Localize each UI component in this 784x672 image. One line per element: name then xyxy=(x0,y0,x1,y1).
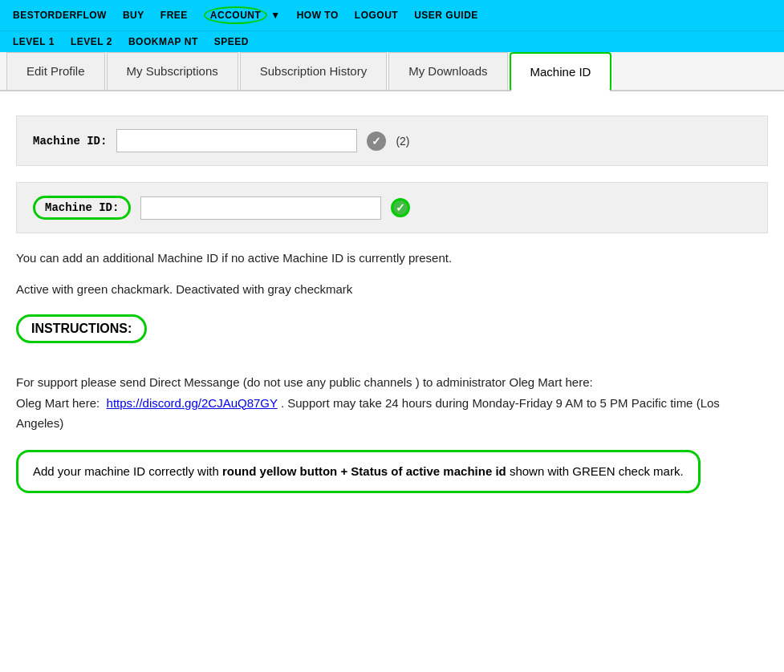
tab-subscription-history[interactable]: Subscription History xyxy=(240,52,387,90)
top-navigation: BESTORDERFLOW BUY FREE ACCOUNT ▼ HOW TO … xyxy=(0,0,784,52)
info-line2: Active with green chackmark. Deactivated… xyxy=(16,281,768,299)
machine-id-label-2-circled: Machine ID: xyxy=(33,196,131,220)
bottom-note-part1: Add your machine ID correctly with xyxy=(33,464,222,478)
nav-logout[interactable]: LOGOUT xyxy=(355,10,398,21)
bottom-note-part2: shown with GREEN check mark. xyxy=(506,464,684,478)
nav-bookmap[interactable]: BOOKMAP NT xyxy=(128,36,198,47)
nav-row1: BESTORDERFLOW BUY FREE ACCOUNT ▼ HOW TO … xyxy=(0,0,784,30)
machine-id-count: (2) xyxy=(396,135,409,148)
nav-userguide[interactable]: USER GUIDE xyxy=(414,10,478,21)
main-content: Machine ID: ✓ (2) Machine ID: ✓ You can … xyxy=(0,91,784,517)
tab-machine-id[interactable]: Machine ID xyxy=(510,52,612,91)
nav-account[interactable]: ACCOUNT ▼ xyxy=(204,6,281,24)
tab-my-downloads[interactable]: My Downloads xyxy=(388,52,507,90)
nav-speed[interactable]: SPEED xyxy=(214,36,249,47)
instructions-label: INSTRUCTIONS: xyxy=(16,314,147,343)
bottom-note: Add your machine ID correctly with round… xyxy=(16,450,701,493)
checkmark-gray-icon-1: ✓ xyxy=(367,132,386,151)
machine-id-input-2[interactable] xyxy=(140,196,381,220)
machine-id-row-2: Machine ID: ✓ xyxy=(16,182,768,233)
nav-bestorderflow[interactable]: BESTORDERFLOW xyxy=(13,10,107,21)
tab-my-subscriptions[interactable]: My Subscriptions xyxy=(107,52,238,90)
support-text: For support please send Direct Messange … xyxy=(16,372,768,434)
info-line1: You can add an additional Machine ID if … xyxy=(16,249,768,268)
machine-id-input-1[interactable] xyxy=(116,129,357,152)
nav-free[interactable]: FREE xyxy=(160,10,188,21)
machine-id-row-1: Machine ID: ✓ (2) xyxy=(16,115,768,166)
account-circle-annotation: ACCOUNT xyxy=(204,6,268,24)
discord-link[interactable]: https://discord.gg/2CJAuQ87GY xyxy=(107,396,278,410)
nav-level1[interactable]: LEVEL 1 xyxy=(13,36,55,47)
nav-row2: LEVEL 1 LEVEL 2 BOOKMAP NT SPEED xyxy=(0,30,784,52)
tabs-bar: Edit Profile My Subscriptions Subscripti… xyxy=(0,52,784,91)
account-dropdown-arrow: ▼ xyxy=(270,10,280,21)
checkmark-green-icon: ✓ xyxy=(391,198,410,217)
tab-edit-profile[interactable]: Edit Profile xyxy=(6,52,105,90)
nav-level2[interactable]: LEVEL 2 xyxy=(71,36,112,47)
nav-howto[interactable]: HOW TO xyxy=(297,10,339,21)
machine-id-label-1: Machine ID: xyxy=(33,135,107,148)
nav-buy[interactable]: BUY xyxy=(123,10,144,21)
bottom-note-bold: round yellow button + Status of active m… xyxy=(222,464,506,478)
